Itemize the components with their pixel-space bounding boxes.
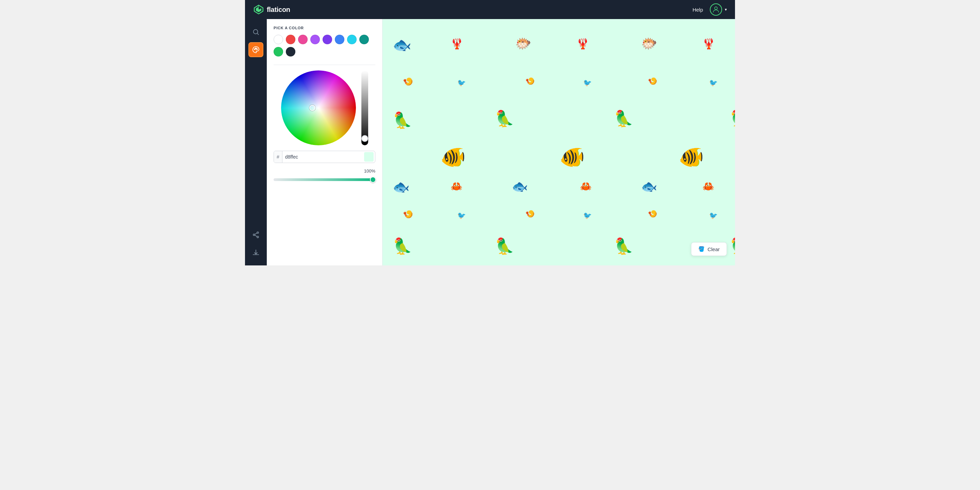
color-picker-panel: PICK A COLOR	[267, 19, 382, 266]
swatch-purple[interactable]	[323, 35, 332, 44]
canvas-area[interactable]: 🐟 🦞 🐡 🦞 🐡 🦞 🍤 🐦 🍤 🐦 🍤 🐦 🦜 🦜 🦜 🦜	[382, 19, 735, 266]
sidebar-item-share[interactable]	[248, 227, 263, 242]
svg-point-7	[254, 49, 255, 50]
logo-icon	[253, 4, 264, 15]
sidebar	[245, 19, 267, 266]
shrimp-icon-1: 🍤	[403, 77, 413, 86]
hex-input[interactable]	[282, 154, 363, 159]
bird-icon-3: 🐦	[709, 79, 718, 87]
user-menu[interactable]: ▾	[710, 3, 727, 16]
toucan-icon-2: 🦜	[495, 109, 514, 127]
opacity-track	[274, 178, 375, 181]
logo-text: flaticon	[267, 6, 290, 14]
fish-small-3: 🐟	[641, 179, 657, 194]
fish-small-2: 🐟	[512, 179, 528, 194]
toucan2-icon-4: 🦜	[730, 237, 735, 255]
user-icon	[712, 5, 720, 14]
avatar-chevron: ▾	[725, 7, 727, 12]
search-icon	[252, 28, 259, 36]
lobster-icon-3: 🦞	[702, 38, 715, 50]
swatch-black[interactable]	[286, 47, 295, 56]
fish-icon-3: 🐡	[641, 36, 657, 51]
pattern-area: 🐟 🦞 🐡 🦞 🐡 🦞 🍤 🐦 🍤 🐦 🍤 🐦 🦜 🦜 🦜 🦜	[382, 19, 735, 266]
swatch-purple-light[interactable]	[310, 35, 320, 44]
tropical-fish-3: 🐠	[679, 145, 704, 169]
swatch-red[interactable]	[286, 35, 295, 44]
svg-point-4	[714, 7, 717, 10]
brightness-thumb[interactable]	[361, 135, 368, 142]
bird2-icon-3: 🐦	[709, 211, 718, 220]
toucan-icon-3: 🦜	[614, 109, 633, 127]
shrimp-icon-2: 🍤	[525, 77, 535, 86]
swatch-green[interactable]	[274, 47, 283, 56]
shrimp2-icon-1: 🍤	[403, 210, 413, 219]
toucan-icon-1: 🦜	[393, 111, 412, 129]
svg-point-5	[253, 30, 258, 34]
shrimp2-icon-2: 🍤	[525, 210, 535, 218]
brightness-slider[interactable]	[361, 70, 368, 145]
color-wheel[interactable]	[281, 70, 356, 145]
color-swatches	[274, 35, 375, 56]
opacity-slider-container[interactable]	[274, 178, 375, 182]
bird2-icon-2: 🐦	[583, 211, 592, 220]
header-right: Help ▾	[692, 3, 727, 16]
clear-button[interactable]: 🪣 Clear	[691, 242, 727, 256]
fish-small-1: 🐟	[393, 179, 410, 195]
opacity-row: 100%	[274, 169, 375, 173]
crab-icon-3: 🦀	[702, 181, 714, 192]
share-icon	[252, 231, 259, 239]
logo[interactable]: flaticon	[253, 4, 290, 15]
crab-icon-1: 🦀	[450, 181, 463, 192]
hex-input-row: #	[274, 151, 375, 163]
app-header: flaticon Help ▾	[245, 0, 735, 19]
divider	[274, 65, 375, 65]
shrimp2-icon-3: 🍤	[648, 210, 657, 218]
opacity-label: 100%	[364, 169, 375, 173]
clear-label: Clear	[708, 247, 720, 252]
toucan2-icon-1: 🦜	[393, 237, 412, 255]
svg-line-14	[255, 235, 257, 237]
palette-icon	[252, 46, 259, 53]
lobster-icon-1: 🦞	[450, 38, 463, 50]
fish-icon-1: 🐟	[393, 36, 411, 54]
swatch-white[interactable]	[274, 35, 283, 44]
fish-icon-2: 🐡	[515, 36, 531, 51]
swatch-teal[interactable]	[360, 35, 369, 44]
tropical-fish-1: 🐠	[440, 145, 466, 169]
shrimp-icon-3: 🍤	[648, 77, 657, 86]
toucan2-icon-2: 🦜	[495, 237, 514, 255]
swatch-blue[interactable]	[335, 35, 344, 44]
svg-point-8	[256, 48, 256, 49]
svg-line-13	[255, 233, 257, 234]
svg-point-10	[257, 232, 259, 234]
opacity-thumb[interactable]	[370, 177, 376, 183]
download-icon	[252, 249, 259, 256]
lobster-icon-2: 🦞	[576, 38, 589, 50]
toucan2-icon-3: 🦜	[614, 237, 633, 255]
bird-icon-1: 🐦	[457, 79, 466, 87]
hex-hash: #	[274, 151, 282, 163]
avatar[interactable]	[710, 3, 722, 16]
color-wheel-container	[274, 70, 375, 145]
bird-icon-2: 🐦	[583, 79, 592, 87]
toucan-icon-4: 🦜	[730, 109, 735, 127]
color-wheel-wrapper[interactable]	[281, 70, 356, 145]
bird2-icon-1: 🐦	[457, 211, 466, 220]
sidebar-bottom	[248, 227, 263, 260]
crab-icon-2: 🦀	[580, 181, 592, 192]
panel-title: PICK A COLOR	[274, 26, 375, 30]
main-body: PICK A COLOR	[245, 19, 735, 266]
svg-point-11	[253, 234, 255, 236]
swatch-pink[interactable]	[298, 35, 308, 44]
sidebar-item-palette[interactable]	[248, 42, 263, 57]
svg-point-12	[257, 236, 259, 238]
svg-point-9	[256, 49, 258, 50]
tropical-fish-2: 🐠	[559, 145, 585, 169]
hex-color-preview	[364, 152, 374, 162]
clear-icon: 🪣	[698, 246, 705, 252]
svg-line-6	[257, 33, 259, 35]
sidebar-item-download[interactable]	[248, 245, 263, 260]
sidebar-item-search[interactable]	[248, 24, 263, 40]
swatch-cyan[interactable]	[347, 35, 356, 44]
help-link[interactable]: Help	[692, 7, 703, 13]
